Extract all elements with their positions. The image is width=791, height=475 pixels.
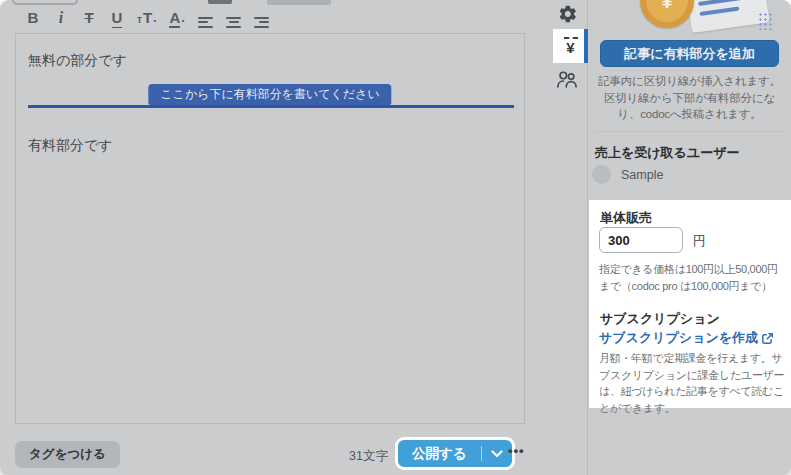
- text-color-button[interactable]: A·: [169, 6, 185, 28]
- dropdown-dot-icon: ·: [153, 14, 157, 28]
- single-sale-heading: 単体販売: [600, 209, 652, 227]
- align-center-icon: [226, 17, 241, 28]
- sales-user-heading: 売上を受け取るユーザー: [595, 144, 740, 162]
- currency-label: 円: [693, 232, 706, 250]
- add-paid-section-button[interactable]: 記事に有料部分を追加: [600, 40, 779, 67]
- font-size-icon: т: [137, 12, 142, 28]
- character-count: 31文字: [349, 448, 388, 465]
- avatar: [592, 165, 611, 184]
- formatting-toolbar: B i T U тT· A·: [15, 0, 270, 33]
- chevron-down-icon: [491, 450, 503, 458]
- subscription-help-text: 月額・年額で定期課金を行えます。サブスクリプションに課金したユーザーは、紐づけら…: [599, 350, 788, 416]
- clipped-element-fragment: [267, 0, 331, 5]
- font-size-button[interactable]: тT·: [137, 6, 157, 28]
- external-link-icon: [761, 332, 774, 345]
- price-help-text: 指定できる価格は100円以上50,000円まで（codoc pro は100,0…: [599, 261, 788, 294]
- align-left-button[interactable]: [198, 6, 214, 28]
- members-icon: [556, 70, 579, 89]
- free-section-text: 無料の部分です: [28, 52, 127, 70]
- sales-user-row: Sample: [592, 165, 663, 184]
- bold-icon: B: [28, 8, 39, 28]
- publish-button-highlight: 公開する: [395, 437, 515, 470]
- paywall-divider-line: [28, 105, 514, 108]
- dropdown-dot-icon: ·: [181, 14, 185, 28]
- add-tag-button[interactable]: タグをつける: [15, 441, 120, 468]
- italic-button[interactable]: i: [53, 6, 69, 28]
- paywall-panel: ¥ 記事に有料部分を追加 記事内に区切り線が挿入されます。区切り線から下部が有料…: [588, 0, 791, 475]
- settings-tab[interactable]: [558, 4, 578, 24]
- paywall-tab-active[interactable]: ¥: [553, 29, 588, 63]
- align-center-button[interactable]: [226, 6, 242, 28]
- paywall-divider-badge: ここから下に有料部分を書いてください: [148, 84, 391, 105]
- sales-user-name: Sample: [621, 168, 663, 182]
- dots-decoration: [758, 12, 774, 30]
- underline-icon: U: [112, 9, 123, 28]
- add-paid-section-description: 記事内に区切り線が挿入されます。区切り線から下部が有料部分になり、codocへ投…: [593, 73, 786, 123]
- create-subscription-link[interactable]: サブスクリプションを作成: [599, 329, 774, 347]
- editor-surface[interactable]: 無料の部分です ここから下に有料部分を書いてください 有料部分です: [15, 33, 525, 424]
- underline-button[interactable]: U: [109, 6, 125, 28]
- italic-icon: i: [59, 8, 63, 28]
- pricing-highlight-card: 単体販売 円 指定できる価格は100円以上50,000円まで（codoc pro…: [589, 200, 791, 408]
- strikethrough-button[interactable]: T: [81, 6, 97, 28]
- members-tab[interactable]: [556, 70, 579, 89]
- bold-button[interactable]: B: [25, 6, 41, 28]
- text-color-icon: A: [169, 9, 180, 28]
- article-illustration: [684, 0, 769, 33]
- strikethrough-icon: T: [84, 8, 93, 28]
- price-input[interactable]: [599, 227, 683, 253]
- publish-button[interactable]: 公開する: [398, 440, 481, 467]
- more-options-button[interactable]: •••: [502, 442, 531, 459]
- gear-icon: [558, 4, 578, 24]
- align-left-icon: [198, 17, 213, 28]
- paid-section-text: 有料部分です: [28, 137, 113, 155]
- section-divider: [593, 131, 786, 132]
- editor-window: B i T U тT· A· 無料の部分です ここから下に有料部分を書いてくださ…: [0, 0, 791, 475]
- subscription-heading: サブスクリプション: [600, 310, 720, 328]
- align-right-icon: [254, 17, 269, 28]
- align-right-button[interactable]: [254, 6, 270, 28]
- coin-illustration: ¥: [640, 0, 694, 28]
